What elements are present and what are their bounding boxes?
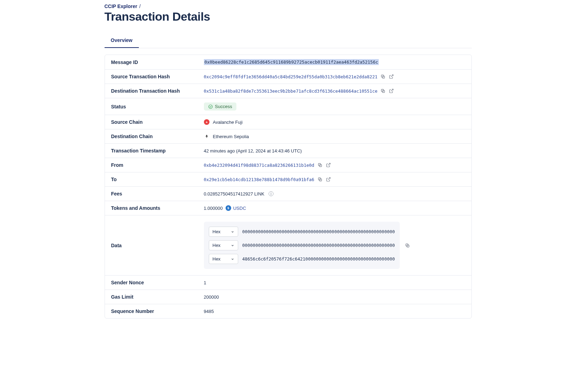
- dest-chain-name: Ethereum Sepolia: [213, 134, 249, 139]
- data-block: Hex 000000000000000000000000000000000000…: [204, 222, 400, 269]
- external-link-icon[interactable]: [326, 177, 331, 182]
- row-message-id: Message ID 0x0beed86228cfe1c2685d645c911…: [105, 55, 471, 70]
- value-nonce: 1: [204, 280, 206, 285]
- row-tokens: Tokens and Amounts 1.000000 $ USDC: [105, 201, 471, 215]
- label-status: Status: [111, 104, 204, 109]
- row-status: Status Success: [105, 98, 471, 115]
- label-from: From: [111, 162, 204, 168]
- value-message-id: 0x0beed86228cfe1c2685d645c911689b92725ac…: [204, 59, 379, 65]
- data-line-2: Hex 48656c6c6f20576f726c6421000000000000…: [209, 254, 395, 264]
- status-badge: Success: [204, 102, 236, 111]
- label-sequence: Sequence Number: [111, 308, 204, 314]
- label-to: To: [111, 177, 204, 182]
- data-line-1: Hex 000000000000000000000000000000000000…: [209, 240, 395, 250]
- data-format-select[interactable]: Hex: [209, 240, 238, 250]
- source-chain-name: Avalanche Fuji: [213, 120, 243, 125]
- ethereum-icon: [204, 134, 209, 139]
- row-source-tx: Source Transaction Hash 0xc2094c9eff8fdf…: [105, 70, 471, 84]
- row-dest-chain: Destination Chain Ethereum Sepolia: [105, 129, 471, 144]
- status-text: Success: [215, 104, 232, 109]
- label-data: Data: [111, 243, 204, 248]
- label-dest-chain: Destination Chain: [111, 134, 204, 139]
- breadcrumb-separator: /: [139, 3, 141, 9]
- copy-icon[interactable]: [405, 243, 410, 248]
- breadcrumb: CCIP Explorer /: [105, 3, 472, 9]
- data-format-select[interactable]: Hex: [209, 227, 238, 237]
- value-source-tx[interactable]: 0xc2094c9eff8fdf1e3656dd40a5c84bd259e2df…: [204, 74, 378, 79]
- data-hex-1: 0000000000000000000000000000000000000000…: [242, 243, 395, 248]
- usdc-icon: $: [226, 205, 231, 211]
- value-sequence: 9485: [204, 309, 214, 314]
- check-circle-icon: [208, 104, 213, 109]
- data-hex-0: 0000000000000000000000000000000000000000…: [242, 229, 395, 234]
- select-label: Hex: [213, 243, 221, 248]
- external-link-icon[interactable]: [326, 162, 331, 168]
- label-source-tx: Source Transaction Hash: [111, 74, 204, 79]
- token-amount: 1.000000: [204, 206, 223, 211]
- avalanche-icon: [204, 119, 209, 125]
- row-nonce: Sender Nonce 1: [105, 276, 471, 290]
- row-source-chain: Source Chain Avalanche Fuji: [105, 115, 471, 129]
- svg-point-6: [208, 105, 212, 108]
- label-timestamp: Transaction Timestamp: [111, 148, 204, 154]
- svg-line-9: [328, 163, 330, 165]
- tabs: Overview: [105, 33, 472, 48]
- breadcrumb-root[interactable]: CCIP Explorer: [105, 3, 137, 9]
- label-fees: Fees: [111, 191, 204, 197]
- copy-icon[interactable]: [317, 162, 323, 168]
- select-label: Hex: [213, 256, 221, 262]
- copy-icon[interactable]: [380, 88, 386, 94]
- value-gas: 200000: [204, 294, 219, 300]
- data-hex-2: 48656c6c6f20576f726c64210000000000000000…: [242, 256, 395, 262]
- chevron-down-icon: [231, 230, 234, 234]
- row-sequence: Sequence Number 9485: [105, 304, 471, 318]
- label-tokens: Tokens and Amounts: [111, 205, 204, 211]
- select-label: Hex: [213, 229, 221, 234]
- svg-line-5: [391, 89, 393, 91]
- token-symbol: USDC: [233, 206, 246, 211]
- value-fees: 0.028527504517412927 LINK: [204, 191, 265, 197]
- data-line-0: Hex 000000000000000000000000000000000000…: [209, 227, 395, 237]
- chevron-down-icon: [231, 244, 234, 247]
- page-title: Transaction Details: [105, 10, 472, 23]
- label-source-chain: Source Chain: [111, 119, 204, 125]
- row-timestamp: Transaction Timestamp 42 minutes ago (Ap…: [105, 144, 471, 158]
- token-pill[interactable]: $ USDC: [226, 205, 246, 211]
- chevron-down-icon: [231, 257, 234, 261]
- row-to: To 0x29e1cb5eb14cdb12138e788b1478d9bf0a9…: [105, 172, 471, 187]
- svg-line-12: [328, 178, 330, 180]
- value-timestamp: 42 minutes ago (April 12, 2024 at 14:43:…: [204, 148, 302, 154]
- label-nonce: Sender Nonce: [111, 280, 204, 285]
- row-data: Data Hex 0000000000000000000000000000000…: [105, 215, 471, 276]
- data-format-select[interactable]: Hex: [209, 254, 238, 264]
- source-chain-cell: Avalanche Fuji: [204, 119, 243, 125]
- copy-icon[interactable]: [317, 177, 323, 182]
- value-dest-tx[interactable]: 0x531c1a48ba82f8de7c353613eec9b2bbe71afc…: [204, 88, 378, 94]
- details-card: Message ID 0x0beed86228cfe1c2685d645c911…: [105, 55, 472, 319]
- info-icon[interactable]: i: [269, 191, 273, 196]
- label-message-id: Message ID: [111, 59, 204, 65]
- row-gas: Gas Limit 200000: [105, 290, 471, 304]
- row-dest-tx: Destination Transaction Hash 0x531c1a48b…: [105, 84, 471, 98]
- value-to[interactable]: 0x29e1cb5eb14cdb12138e788b1478d9bf0a91bf…: [204, 177, 314, 182]
- external-link-icon[interactable]: [389, 88, 394, 94]
- row-from: From 0xb4e232094d41f98d88371ca8a82362661…: [105, 158, 471, 172]
- tab-overview[interactable]: Overview: [105, 33, 139, 48]
- external-link-icon[interactable]: [389, 74, 394, 79]
- label-gas: Gas Limit: [111, 294, 204, 300]
- row-fees: Fees 0.028527504517412927 LINK i: [105, 187, 471, 201]
- svg-line-2: [391, 75, 393, 77]
- copy-icon[interactable]: [380, 74, 386, 79]
- label-dest-tx: Destination Transaction Hash: [111, 88, 204, 94]
- value-from[interactable]: 0xb4e232094d41f98d88371ca8a8236266131b1e…: [204, 163, 314, 168]
- dest-chain-cell: Ethereum Sepolia: [204, 134, 249, 139]
